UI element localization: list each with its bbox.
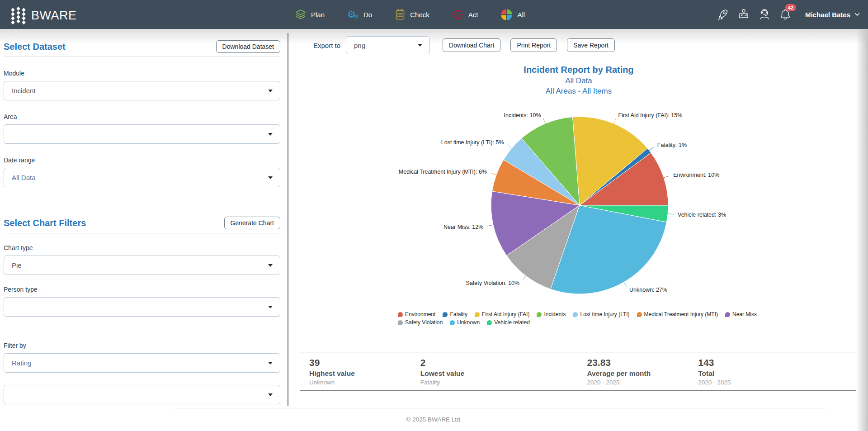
legend-item-safety-violation[interactable]: Safety Violation [398, 319, 443, 326]
chart-type-label: Chart type [4, 244, 280, 251]
module-select[interactable]: Incident [4, 81, 280, 100]
chevron-down-icon [268, 264, 273, 267]
target-icon [452, 9, 464, 20]
select-chart-filters-title: Select Chart Filters [4, 218, 86, 228]
legend-marker [487, 320, 492, 325]
label-leader-line [649, 147, 654, 151]
dataset-sidebar: Select Dataset Download Dataset ModuleIn… [4, 29, 280, 404]
support-icon[interactable] [757, 7, 772, 22]
filter-fields: Chart typePiePerson typeFilter byRating [4, 244, 280, 404]
legend-marker [725, 312, 730, 317]
chevron-down-icon [418, 44, 422, 47]
nav-item-all[interactable]: All [500, 9, 525, 21]
nav-item-act[interactable]: Act [452, 9, 478, 20]
select-dataset-title: Select Dataset [4, 42, 66, 52]
filter-by-select[interactable]: Rating [4, 353, 280, 373]
download-chart-button[interactable]: Download Chart [443, 38, 500, 52]
stat-label: Total [698, 369, 856, 378]
legend-item-incidents[interactable]: Incidents [537, 311, 566, 317]
panel-divider [288, 33, 288, 406]
pie-label-near-miss: Near Miss: 12% [443, 224, 483, 230]
person-type-select[interactable] [4, 297, 280, 317]
legend-item-unknown[interactable]: Unknown [450, 319, 480, 326]
nav-label: Act [468, 11, 478, 19]
stat-label: Lowest value [420, 369, 578, 378]
label-leader-line [624, 282, 627, 287]
chart-toolbar: Export to png Download Chart Print Repor… [313, 36, 615, 54]
label-leader-line [487, 225, 494, 226]
legend-marker [475, 312, 480, 317]
print-report-button[interactable]: Print Report [510, 38, 557, 52]
summary-stats-panel: 39Highest valueUnknown2Lowest valueFatal… [300, 352, 856, 391]
chevron-down-icon [268, 176, 273, 179]
pie-quadrant-icon [500, 9, 513, 21]
pie-label-fatality: Fatality: 1% [657, 142, 687, 148]
stat-average-per-month: 23.83Average per month2020 - 2025 [578, 357, 689, 386]
legend-item-vehicle-related[interactable]: Vehicle related [487, 319, 530, 326]
date-range-label: Date range [4, 156, 280, 164]
pie-label-first-aid-injury-fai: First Aid Injury (FAI): 15% [618, 112, 683, 118]
area-select[interactable] [4, 124, 280, 144]
stat-sub: 2020 - 2025 [587, 379, 689, 386]
export-to-label: Export to [313, 42, 340, 49]
legend-item-fatality[interactable]: Fatality [443, 311, 467, 317]
legend-item-first-aid-injury-fai[interactable]: First Aid Injury (FAI) [475, 311, 529, 317]
legend-item-environment[interactable]: Environment [398, 311, 435, 317]
chevron-down-icon [268, 133, 273, 136]
stat-label: Highest value [309, 369, 411, 378]
selected-value: png [354, 42, 365, 49]
section-divider [4, 233, 280, 233]
user-menu[interactable]: Michael Bates [805, 11, 860, 19]
label-leader-line [663, 176, 669, 178]
notification-badge: 42 [785, 4, 796, 11]
bell-icon[interactable]: 42 [778, 7, 793, 22]
stat-value: 2 [420, 357, 578, 368]
gears-icon: ⚙⚙ [347, 9, 359, 20]
stat-sub: 2020 - 2025 [698, 379, 856, 386]
stat-value: 39 [309, 357, 411, 368]
legend-label: Safety Violation [405, 319, 443, 326]
brand-name: BWARE [31, 9, 77, 23]
filter-value-select[interactable] [4, 385, 280, 404]
save-report-button[interactable]: Save Report [567, 38, 615, 52]
pie-chart: Environment: 10%Fatality: 1%First Aid In… [298, 57, 859, 334]
pie-label-unknown: Unknown: 27% [629, 287, 667, 293]
stat-sub: Fatality [420, 379, 578, 386]
selected-value: Pie [12, 261, 22, 269]
rocket-icon[interactable] [716, 7, 730, 22]
legend-marker [398, 320, 403, 325]
export-format-select[interactable]: png [346, 36, 430, 54]
user-name: Michael Bates [805, 11, 850, 19]
nav-item-check[interactable]: Check [395, 9, 429, 20]
legend-label: Medical Treatment Injury (MTI) [644, 311, 718, 317]
chevron-down-icon [268, 393, 273, 396]
legend-marker [450, 320, 455, 325]
date-range-select[interactable]: All Data [4, 168, 280, 187]
stat-highest-value: 39Highest valueUnknown [300, 357, 411, 386]
download-dataset-button[interactable]: Download Dataset [216, 40, 280, 53]
label-leader-line [543, 118, 545, 124]
pie-chart-area: Incident Report by Rating All Data All A… [298, 57, 859, 334]
filter-by-label: Filter by [4, 342, 280, 349]
brand-logo[interactable]: BWARE [10, 5, 77, 25]
nav-item-plan[interactable]: Plan [295, 9, 325, 20]
nav-label: Plan [311, 11, 325, 19]
legend-item-lost-time-injury-lti[interactable]: Lost time Injury (LTI) [573, 311, 629, 317]
stat-value: 143 [698, 357, 856, 368]
chart-type-select[interactable]: Pie [4, 256, 280, 275]
selected-value: All Data [12, 174, 36, 181]
generate-chart-button[interactable]: Generate Chart [224, 217, 281, 229]
nav-item-do[interactable]: ⚙⚙ Do [347, 9, 372, 20]
legend-marker [573, 312, 578, 317]
selected-value: Rating [12, 359, 31, 367]
pie-label-safety-violation: Safety Violation: 10% [466, 280, 520, 286]
legend-label: Unknown [457, 319, 480, 326]
training-icon[interactable] [736, 7, 751, 22]
legend-item-medical-treatment-injury-mti[interactable]: Medical Treatment Injury (MTI) [637, 311, 718, 317]
select-dataset-section: Select Dataset Download Dataset ModuleIn… [4, 40, 280, 187]
legend-item-near-miss[interactable]: Near Miss [725, 311, 757, 317]
person-type-label: Person type [4, 286, 280, 293]
legend-marker [537, 312, 542, 317]
label-leader-line [491, 173, 497, 175]
pie-label-medical-treatment-injury-mti: Medical Treatment Injury (MTI): 6% [399, 169, 487, 175]
